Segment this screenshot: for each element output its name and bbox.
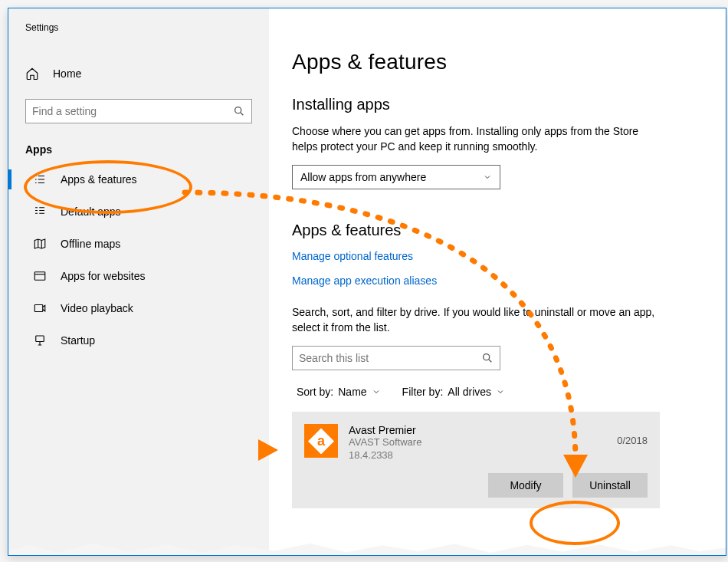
filter-control[interactable]: Filter by: All drives <box>402 386 505 398</box>
home-label: Home <box>53 67 81 80</box>
nav-label: Default apps <box>61 205 121 218</box>
manage-optional-link[interactable]: Manage optional features <box>292 250 695 262</box>
install-source-dropdown[interactable]: Allow apps from anywhere <box>292 165 500 189</box>
list-icon <box>33 173 47 186</box>
settings-search[interactable] <box>25 99 252 123</box>
modify-button[interactable]: Modify <box>488 473 563 498</box>
sidebar: Settings Home Apps Apps & features Defau… <box>8 8 269 555</box>
settings-window: Settings Home Apps Apps & features Defau… <box>8 8 726 556</box>
dropdown-value: Allow apps from anywhere <box>300 171 426 183</box>
websites-icon <box>33 269 47 283</box>
app-list-item[interactable]: a Avast Premier AVAST Software 18.4.2338… <box>292 412 660 508</box>
svg-rect-3 <box>36 336 44 342</box>
nav-offline-maps[interactable]: Offline maps <box>8 228 269 260</box>
installing-heading: Installing apps <box>292 96 695 113</box>
app-install-date: 0/2018 <box>617 424 648 462</box>
filter-value: All drives <box>448 386 491 398</box>
uninstall-button[interactable]: Uninstall <box>572 473 648 498</box>
search-icon <box>233 105 245 117</box>
search-description: Search, sort, and filter by drive. If yo… <box>292 305 660 335</box>
svg-point-4 <box>484 354 490 360</box>
avast-app-icon: a <box>304 424 338 458</box>
sort-control[interactable]: Sort by: Name <box>297 386 381 398</box>
video-icon <box>33 301 47 315</box>
sort-label: Sort by: <box>297 386 333 398</box>
nav-label: Offline maps <box>61 238 120 250</box>
nav-video-playback[interactable]: Video playback <box>8 292 269 324</box>
chevron-down-icon <box>483 173 492 182</box>
apps-features-heading: Apps & features <box>292 222 695 239</box>
nav-apps-features[interactable]: Apps & features <box>8 163 269 196</box>
search-icon <box>481 352 494 364</box>
svg-rect-1 <box>34 272 45 281</box>
settings-search-input[interactable] <box>32 105 233 117</box>
main-content: Apps & features Installing apps Choose w… <box>269 8 726 555</box>
nav-startup[interactable]: Startup <box>8 324 269 357</box>
home-nav[interactable]: Home <box>8 61 269 87</box>
manage-aliases-link[interactable]: Manage app execution aliases <box>292 274 695 287</box>
startup-icon <box>33 334 47 347</box>
app-version: 18.4.2338 <box>349 449 421 462</box>
nav-label: Apps & features <box>61 173 137 186</box>
nav-label: Apps for websites <box>61 270 146 282</box>
app-vendor: AVAST Software <box>349 436 421 449</box>
svg-rect-2 <box>34 305 43 312</box>
nav-apps-websites[interactable]: Apps for websites <box>8 260 269 292</box>
app-name: Avast Premier <box>349 424 421 436</box>
apps-search[interactable] <box>292 346 500 370</box>
nav-default-apps[interactable]: Default apps <box>8 196 269 228</box>
defaults-icon <box>33 205 47 219</box>
page-title: Apps & features <box>292 50 695 74</box>
home-icon <box>25 67 39 81</box>
chevron-down-icon <box>496 387 505 396</box>
installing-description: Choose where you can get apps from. Inst… <box>292 124 660 154</box>
sort-value: Name <box>338 386 366 398</box>
chevron-down-icon <box>372 387 381 396</box>
svg-point-0 <box>235 107 241 113</box>
apps-search-input[interactable] <box>299 352 481 364</box>
window-title: Settings <box>8 22 269 33</box>
nav-label: Startup <box>61 334 95 347</box>
filter-row: Sort by: Name Filter by: All drives <box>292 386 695 398</box>
map-icon <box>33 237 47 251</box>
nav-label: Video playback <box>61 302 133 314</box>
sidebar-section-title: Apps <box>8 143 269 163</box>
filter-label: Filter by: <box>402 386 444 398</box>
